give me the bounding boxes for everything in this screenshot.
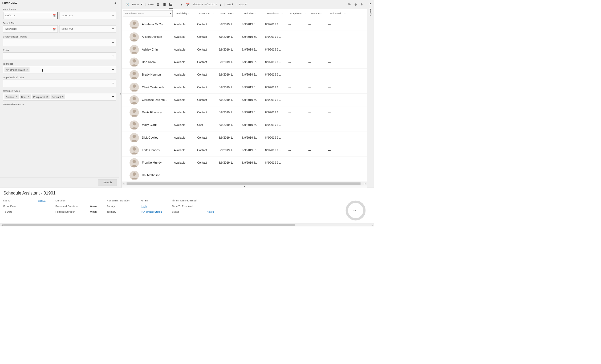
grid-view-button[interactable] <box>169 3 172 6</box>
avatar <box>129 133 139 142</box>
org-units-select[interactable] <box>3 80 116 87</box>
table-row[interactable]: Ashley ChinnAvailableContact8/9/2019 1..… <box>122 43 367 56</box>
search-end-date-input[interactable]: 8/15/2019 <box>3 25 58 32</box>
collapse-filter-icon[interactable]: ◀ <box>114 1 117 5</box>
resource-name: Davis Flournoy <box>142 111 173 114</box>
donut-text: 0 / 0 <box>346 201 366 221</box>
svg-point-15 <box>133 109 136 113</box>
search-end-time-select[interactable]: 11:59 PM <box>59 25 116 32</box>
search-start-date-value: 8/9/2019 <box>5 14 15 17</box>
cell-availability: Available <box>173 48 196 51</box>
col-estimated[interactable]: Estimated ...⌄ <box>328 12 352 15</box>
territory-link[interactable]: NA-United States <box>141 210 162 213</box>
search-start-time-select[interactable]: 12:00 AM <box>59 12 116 19</box>
chevron-down-icon <box>112 15 114 16</box>
horizontal-scrollbar[interactable]: ◀ ▶ <box>122 182 367 185</box>
table-row[interactable]: Cheri CastanedaAvailableContact8/9/2019 … <box>122 81 367 94</box>
collapse-bottom-handle[interactable]: ▼ <box>122 185 367 188</box>
list-view-icon[interactable] <box>156 2 160 7</box>
refresh-icon[interactable] <box>360 2 364 7</box>
col-start-time-label: Start Time <box>220 12 232 15</box>
scroll-left-icon[interactable]: ◀ <box>122 182 125 185</box>
filter-panel: Filter View ◀ Search Start 8/9/2019 12:0… <box>0 0 119 188</box>
details-side-tab[interactable]: ▶ Details <box>367 0 374 188</box>
avatar <box>129 158 139 167</box>
scrollbar-thumb[interactable] <box>3 224 295 226</box>
table-row[interactable]: Clarence Desimo...AvailableContact8/9/20… <box>122 94 367 106</box>
table-row[interactable]: Abraham McCor...AvailableContact8/9/2019… <box>122 18 367 31</box>
col-availability[interactable]: Availability⌄ <box>174 12 197 15</box>
table-row[interactable]: Molly ClarkAvailableUser8/9/2019 1...8/9… <box>122 119 367 131</box>
search-resources-input[interactable]: Search resources... ▾ <box>123 10 173 17</box>
cell-distance: --- <box>307 111 327 114</box>
remove-tag-icon[interactable]: ✕ <box>27 95 30 98</box>
from-date-label: From Date <box>3 205 35 208</box>
calendar-icon[interactable] <box>52 27 56 31</box>
name-link[interactable]: 01901 <box>38 199 46 202</box>
remove-tag-icon[interactable]: ✕ <box>46 95 48 98</box>
cell-estimated: --- <box>327 60 350 64</box>
scroll-right-icon[interactable]: ▶ <box>371 224 374 226</box>
col-start-time[interactable]: Start Time⌄ <box>219 12 242 15</box>
cell-start-time: 8/9/2019 1... <box>217 86 241 89</box>
column-view-icon[interactable] <box>162 2 167 7</box>
svg-point-17 <box>133 122 136 125</box>
table-row[interactable]: Frankie MundyAvailableContact8/9/2019 1.… <box>122 156 367 169</box>
search-start-date-input[interactable]: 8/9/2019 <box>3 12 58 19</box>
tag-label: Equipment <box>33 96 45 98</box>
svg-point-1 <box>133 22 136 25</box>
book-button[interactable]: Book <box>228 3 234 6</box>
resource-types-select[interactable]: Contact ✕User ✕Equipment ✕Account ✕ <box>3 93 116 100</box>
table-row[interactable]: Bob KozakAvailableContact8/9/2019 1...8/… <box>122 56 367 68</box>
chevron-down-icon <box>112 42 114 43</box>
scrollbar-thumb[interactable] <box>127 182 360 185</box>
clock-icon[interactable] <box>125 2 130 7</box>
remove-tag-icon[interactable]: ✕ <box>15 95 18 98</box>
gear-icon[interactable] <box>354 2 358 7</box>
calendar-icon[interactable] <box>52 14 56 17</box>
hours-dropdown[interactable]: Hours <box>132 3 143 6</box>
col-travel-start[interactable]: Travel Star...⌄ <box>265 12 289 15</box>
roles-select[interactable] <box>3 52 116 60</box>
remove-tag-icon[interactable]: ✕ <box>62 95 64 98</box>
cell-availability: Available <box>173 98 196 101</box>
avatar <box>129 108 139 117</box>
table-row[interactable]: Davis FlournoyAvailableContact8/9/2019 1… <box>122 106 367 119</box>
svg-point-3 <box>133 34 136 37</box>
cell-start-time: 8/9/2019 1... <box>217 136 241 139</box>
territories-select[interactable]: NA-United States ✕ <box>3 66 116 73</box>
col-requirement[interactable]: Requireme...⌄ <box>289 12 309 15</box>
grid-body[interactable]: Abraham McCor...AvailableContact8/9/2019… <box>122 18 367 182</box>
tag-label: Account <box>52 96 61 98</box>
cell-travel-start: 8/9/2019 1... <box>264 48 287 51</box>
col-distance[interactable]: Distance⌄ <box>308 12 328 15</box>
scroll-right-icon[interactable]: ▶ <box>364 182 367 185</box>
col-requirement-label: Requireme... <box>290 12 304 15</box>
resource-name: Bob Kozak <box>142 60 173 64</box>
search-button[interactable]: Search <box>98 179 117 186</box>
status-link[interactable]: Active <box>207 210 214 213</box>
prev-period-button[interactable] <box>180 1 183 7</box>
calendar-icon[interactable] <box>185 2 190 7</box>
col-resource-type[interactable]: Resource ...⌄ <box>197 12 219 15</box>
cell-travel-start: 8/9/2019 1... <box>264 161 287 164</box>
table-row[interactable]: Brady HannonAvailableContact8/9/2019 1..… <box>122 69 367 81</box>
resource-type-tag: Account ✕ <box>51 94 65 99</box>
remove-tag-icon[interactable]: ✕ <box>26 68 28 71</box>
cell-start-time: 8/9/2019 1... <box>217 98 241 101</box>
bottom-horizontal-scrollbar[interactable]: ◀ ▶ <box>0 224 374 226</box>
scroll-left-icon[interactable]: ◀ <box>0 224 3 226</box>
table-row[interactable]: Dick CowleyAvailableContact8/9/2019 1...… <box>122 131 367 144</box>
priority-link[interactable]: High <box>141 205 147 208</box>
eye-icon[interactable] <box>347 2 351 7</box>
next-period-button[interactable] <box>220 1 222 7</box>
table-row[interactable]: Allison DicksonAvailableContact8/9/2019 … <box>122 31 367 43</box>
characteristics-select[interactable] <box>3 39 116 46</box>
splitter-handle[interactable]: ◀ <box>119 0 122 188</box>
col-end-time[interactable]: End Time⌄ <box>242 12 265 15</box>
sort-caret-icon: ⌄ <box>281 13 283 15</box>
table-row[interactable]: Hal Matheson <box>122 169 367 182</box>
table-row[interactable]: Faith CharlesAvailableContact8/9/2019 1.… <box>122 144 367 156</box>
chevron-down-icon <box>245 4 247 5</box>
sort-dropdown[interactable]: Sort <box>239 3 247 6</box>
